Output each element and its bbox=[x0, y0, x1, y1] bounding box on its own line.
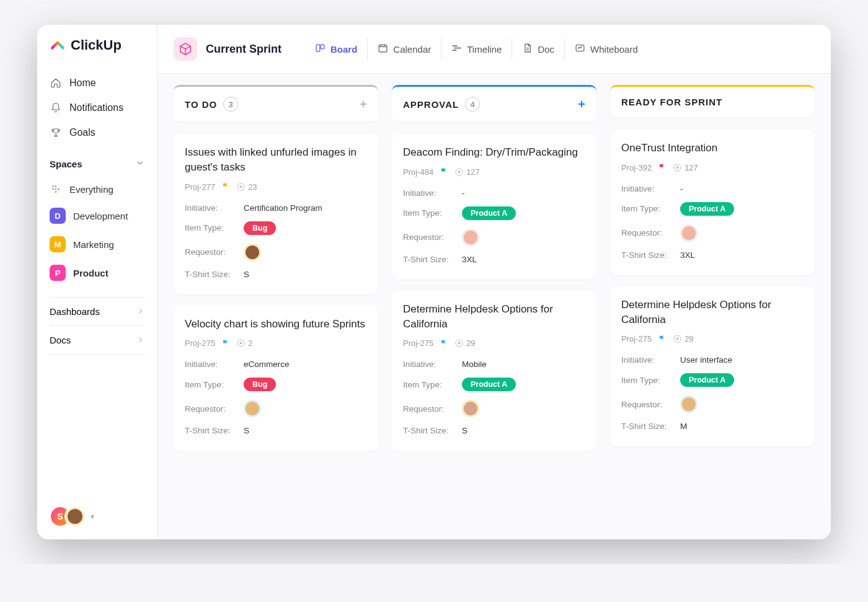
field-initiative: Initiative:Certification Program bbox=[185, 199, 367, 217]
space-label: Everything bbox=[69, 184, 113, 195]
svg-point-2 bbox=[52, 188, 53, 190]
project-id: Proj-392 bbox=[621, 163, 652, 172]
tab-whiteboard[interactable]: Whiteboard bbox=[564, 38, 648, 60]
space-label: Marketing bbox=[73, 239, 114, 250]
nav-label: Notifications bbox=[69, 102, 123, 113]
svg-point-3 bbox=[55, 188, 56, 190]
nav-goals[interactable]: Goals bbox=[50, 120, 144, 145]
field-tshirt: T-Shirt Size:S bbox=[185, 265, 367, 283]
task-card[interactable]: Deacom Finding: Dry/Trim/Packaging Proj-… bbox=[392, 134, 596, 280]
star-count: 29 bbox=[454, 339, 475, 348]
field-initiative: Initiative:- bbox=[621, 180, 804, 198]
add-card-button[interactable]: + bbox=[360, 97, 367, 112]
collapsible-label: Dashboards bbox=[50, 306, 100, 317]
clickup-logo-icon bbox=[50, 37, 66, 53]
svg-rect-6 bbox=[316, 45, 320, 51]
tab-calendar[interactable]: Calendar bbox=[367, 38, 441, 60]
field-item-type: Item Type:Product A bbox=[621, 198, 804, 220]
field-tshirt: T-Shirt Size:S bbox=[185, 422, 367, 440]
column-header: Approval 4+ bbox=[392, 85, 596, 122]
tab-label: Doc bbox=[538, 44, 554, 55]
card-meta: Proj-392 127 bbox=[621, 163, 804, 172]
space-badge: D bbox=[50, 208, 66, 224]
bell-icon bbox=[50, 102, 62, 114]
brand-name: ClickUp bbox=[71, 37, 122, 53]
chevron-down-icon: ▼ bbox=[89, 513, 95, 520]
field-initiative: Initiative:Mobile bbox=[403, 355, 585, 373]
card-meta: Proj-275 2 bbox=[185, 339, 367, 348]
tab-board[interactable]: Board bbox=[305, 38, 367, 60]
column-to-do: To Do 3+ Issues with linked unfurled ima… bbox=[174, 85, 378, 528]
flag-icon bbox=[658, 163, 666, 172]
field-requestor: Requestor: bbox=[403, 224, 585, 250]
chevron-right-icon bbox=[137, 335, 144, 345]
task-card[interactable]: Issues with linked unfurled images in gu… bbox=[174, 134, 378, 294]
space-marketing[interactable]: MMarketing bbox=[50, 230, 144, 259]
home-icon bbox=[50, 77, 62, 89]
card-title: Determine Helpdesk Options for Californi… bbox=[403, 302, 585, 332]
field-requestor: Requestor: bbox=[185, 396, 367, 422]
tab-label: Whiteboard bbox=[590, 44, 638, 55]
space-badge: P bbox=[50, 265, 66, 281]
nav-home[interactable]: Home bbox=[50, 71, 144, 95]
field-item-type: Item Type:Product A bbox=[403, 202, 585, 224]
collapsibles: DashboardsDocs bbox=[50, 287, 144, 354]
project-id: Proj-277 bbox=[185, 182, 215, 192]
task-card[interactable]: Velocity chart is showing future Sprints… bbox=[174, 306, 378, 451]
card-meta: Proj-484 127 bbox=[403, 167, 585, 177]
add-card-button[interactable]: + bbox=[578, 97, 585, 112]
field-initiative: Initiative:eCommerce bbox=[185, 355, 367, 373]
spaces-header-label: Spaces bbox=[50, 159, 82, 169]
board-icon bbox=[315, 43, 326, 55]
topbar: Current Sprint BoardCalendarTimelineDocW… bbox=[157, 25, 831, 74]
trophy-icon bbox=[50, 126, 62, 139]
column-title: Approval bbox=[403, 99, 459, 110]
grid-icon bbox=[50, 183, 62, 195]
column-header: To Do 3+ bbox=[174, 85, 378, 122]
user-corner[interactable]: S ▼ bbox=[50, 506, 144, 527]
flag-icon bbox=[658, 335, 666, 343]
doc-icon bbox=[522, 43, 533, 55]
field-initiative: Initiative:- bbox=[403, 184, 585, 202]
tab-doc[interactable]: Doc bbox=[512, 38, 564, 60]
card-title: OneTrust Integration bbox=[621, 141, 804, 156]
field-requestor: Requestor: bbox=[621, 220, 804, 246]
tab-label: Timeline bbox=[467, 44, 502, 55]
task-card[interactable]: Determine Helpdesk Options for Californi… bbox=[392, 291, 596, 451]
space-product[interactable]: PProduct bbox=[50, 259, 144, 287]
spaces-header[interactable]: Spaces bbox=[50, 145, 144, 177]
column-count: 3 bbox=[223, 97, 238, 112]
collapsible-docs[interactable]: Docs bbox=[50, 325, 144, 354]
star-count: 23 bbox=[236, 182, 257, 192]
collapsible-dashboards[interactable]: Dashboards bbox=[50, 297, 144, 325]
brand-logo[interactable]: ClickUp bbox=[50, 37, 144, 53]
field-tshirt: T-Shirt Size:3XL bbox=[621, 246, 804, 264]
view-tabs: BoardCalendarTimelineDocWhiteboard bbox=[305, 38, 648, 60]
cube-icon bbox=[179, 42, 192, 56]
space-everything[interactable]: Everything bbox=[50, 177, 144, 201]
app-window: ClickUp HomeNotificationsGoals Spaces Ev… bbox=[37, 25, 831, 539]
column-title: To Do bbox=[185, 99, 217, 110]
column-header: Ready for Sprint bbox=[610, 85, 815, 117]
tab-timeline[interactable]: Timeline bbox=[441, 38, 512, 60]
field-item-type: Item Type:Product A bbox=[403, 373, 585, 396]
card-meta: Proj-275 29 bbox=[621, 334, 804, 343]
tab-label: Calendar bbox=[393, 44, 431, 55]
avatar bbox=[462, 229, 479, 246]
field-requestor: Requestor: bbox=[621, 391, 804, 417]
spaces-list: EverythingDDevelopmentMMarketingPProduct bbox=[50, 177, 144, 287]
space-development[interactable]: DDevelopment bbox=[50, 201, 144, 230]
nav-label: Goals bbox=[69, 127, 95, 138]
field-initiative: Initiative:User interface bbox=[621, 351, 804, 369]
nav-notifications[interactable]: Notifications bbox=[50, 95, 144, 120]
task-card[interactable]: OneTrust Integration Proj-392 127 Initia… bbox=[610, 130, 815, 275]
card-title: Deacom Finding: Dry/Trim/Packaging bbox=[403, 145, 585, 160]
collapsible-label: Docs bbox=[50, 335, 71, 345]
main-content: Current Sprint BoardCalendarTimelineDocW… bbox=[157, 25, 831, 539]
svg-point-4 bbox=[58, 188, 59, 190]
field-requestor: Requestor: bbox=[185, 239, 367, 265]
kanban-board: To Do 3+ Issues with linked unfurled ima… bbox=[157, 74, 831, 539]
task-card[interactable]: Determine Helpdesk Options for Californi… bbox=[610, 286, 815, 447]
chevron-right-icon bbox=[137, 306, 144, 317]
field-item-type: Item Type:Bug bbox=[185, 217, 367, 239]
